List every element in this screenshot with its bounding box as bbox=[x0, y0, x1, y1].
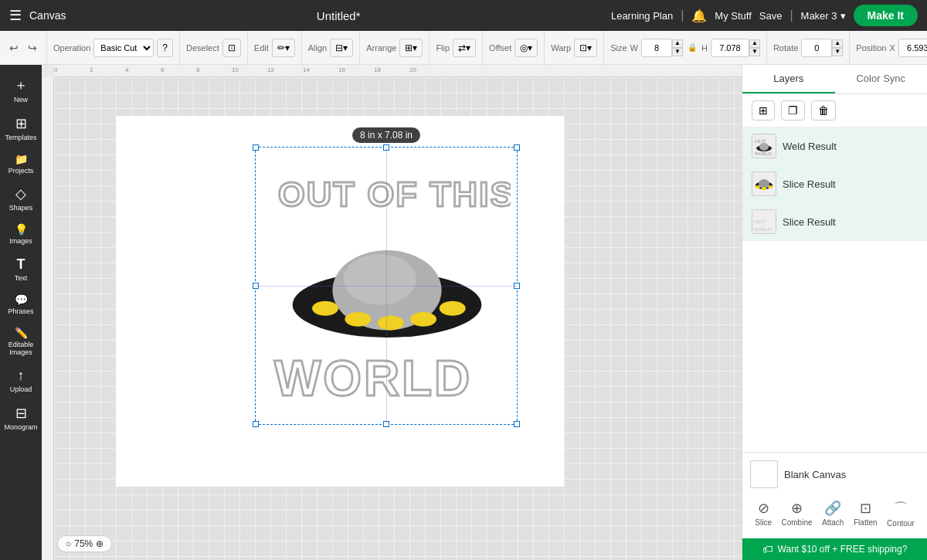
sidebar-item-upload[interactable]: ↑ Upload bbox=[2, 363, 40, 399]
arrange-group: Arrange ⊞▾ bbox=[366, 31, 430, 64]
save-button[interactable]: Save bbox=[759, 10, 783, 22]
height-down-button[interactable]: ▼ bbox=[749, 48, 760, 56]
height-input[interactable] bbox=[711, 39, 749, 57]
rotate-up-button[interactable]: ▲ bbox=[832, 39, 843, 48]
sidebar-item-shapes[interactable]: ◇ Shapes bbox=[2, 181, 40, 217]
layer-item-slice-result-1[interactable]: Slice Result bbox=[742, 165, 927, 203]
promo-icon: 🏷 bbox=[762, 543, 773, 555]
crosshair-horizontal bbox=[256, 286, 517, 287]
rotate-input[interactable] bbox=[801, 39, 832, 57]
edit-group: Edit ✏▾ bbox=[254, 31, 302, 64]
edit-button[interactable]: ✏▾ bbox=[272, 39, 295, 57]
deselect-button[interactable]: ⊡ bbox=[222, 39, 241, 57]
sidebar-item-text[interactable]: T Text bbox=[2, 252, 40, 287]
redo-button[interactable]: ↪ bbox=[25, 40, 40, 56]
tab-layers[interactable]: Layers bbox=[742, 65, 835, 93]
bell-icon[interactable]: 🔔 bbox=[691, 8, 707, 23]
my-stuff-link[interactable]: My Stuff bbox=[715, 10, 751, 22]
lock-icon[interactable]: 🔒 bbox=[688, 43, 697, 52]
attach-icon: 🔗 bbox=[824, 500, 841, 517]
promo-banner[interactable]: 🏷 Want $10 off + FREE shipping? bbox=[742, 538, 927, 560]
sidebar-item-templates[interactable]: ⊞ Templates bbox=[2, 110, 40, 147]
sidebar-item-editable-images[interactable]: ✏️ Editable Images bbox=[2, 322, 40, 362]
offset-button[interactable]: ◎▾ bbox=[514, 39, 538, 57]
contour-tool[interactable]: ⌒ Contour bbox=[882, 496, 919, 531]
sidebar-shapes-label: Shapes bbox=[9, 204, 33, 212]
operation-help-button[interactable]: ? bbox=[157, 39, 173, 57]
handle-top-left[interactable] bbox=[253, 144, 259, 151]
operation-select[interactable]: Basic Cut bbox=[93, 39, 154, 57]
x-input[interactable] bbox=[898, 39, 927, 57]
design-container[interactable]: 8 in x 7.08 in OUT OF THIS bbox=[255, 147, 518, 425]
zoom-increase-icon[interactable]: ⊕ bbox=[96, 538, 104, 549]
handle-bottom-left[interactable] bbox=[253, 421, 259, 427]
bottom-tools: ⊘ Slice ⊕ Combine 🔗 Attach ⊡ Flatten ⌒ bbox=[750, 496, 919, 531]
svg-point-7 bbox=[410, 312, 436, 327]
combine-tool[interactable]: ⊕ Combine bbox=[777, 497, 817, 530]
flatten-tool[interactable]: ⊡ Flatten bbox=[849, 497, 882, 530]
svg-point-16 bbox=[756, 185, 760, 188]
ruler-mark-10: 10 bbox=[232, 66, 239, 73]
warp-button[interactable]: ⊡▾ bbox=[574, 39, 597, 57]
undo-button[interactable]: ↩ bbox=[6, 40, 22, 56]
delete-button[interactable]: 🗑 bbox=[811, 100, 836, 120]
duplicate-button[interactable]: ❐ bbox=[781, 100, 805, 120]
operation-label: Operation bbox=[53, 43, 90, 53]
layer-item-weld-result[interactable]: OUT WORLD Weld Result bbox=[742, 127, 927, 165]
svg-text:OUT: OUT bbox=[754, 219, 766, 225]
handle-top-right[interactable] bbox=[514, 144, 520, 151]
promo-text: Want $10 off + FREE shipping? bbox=[778, 544, 908, 555]
svg-point-17 bbox=[762, 187, 766, 190]
hamburger-menu-icon[interactable]: ☰ bbox=[9, 7, 22, 24]
width-input[interactable] bbox=[641, 39, 672, 57]
learning-plan-link[interactable]: Learning Plan bbox=[611, 10, 673, 22]
rotate-down-button[interactable]: ▼ bbox=[832, 48, 843, 56]
svg-point-6 bbox=[378, 316, 404, 331]
right-panel: Layers Color Sync ⊞ ❐ 🗑 OUT WORLD bbox=[742, 65, 927, 560]
layer-thumb-weld-result: OUT WORLD bbox=[752, 134, 776, 158]
size-tooltip: 8 in x 7.08 in bbox=[352, 127, 420, 143]
flip-group: Flip ⇄▾ bbox=[436, 31, 483, 64]
slice-tool[interactable]: ⊘ Slice bbox=[750, 497, 776, 530]
height-control: ▲ ▼ bbox=[711, 39, 760, 57]
plus-icon: ＋ bbox=[14, 76, 28, 94]
nav-center: Untitled* bbox=[75, 9, 601, 22]
group-button[interactable]: ⊞ bbox=[752, 100, 775, 120]
height-up-button[interactable]: ▲ bbox=[749, 39, 760, 48]
canvas-area[interactable]: 0 2 4 6 8 10 12 14 16 18 20 8 in x 7.08 … bbox=[42, 65, 742, 560]
sidebar-item-phrases[interactable]: 💬 Phrases bbox=[2, 289, 40, 321]
svg-text:WORLD: WORLD bbox=[274, 351, 472, 406]
canvas-workspace[interactable]: 8 in x 7.08 in OUT OF THIS bbox=[54, 77, 742, 560]
handle-bottom-right[interactable] bbox=[514, 421, 520, 427]
x-control: ▲ ▼ bbox=[898, 39, 927, 57]
layer-item-slice-result-2[interactable]: ··· OUT WORLD Slice Result bbox=[742, 203, 927, 241]
height-spinner: ▲ ▼ bbox=[749, 39, 760, 56]
width-up-button[interactable]: ▲ bbox=[672, 39, 683, 48]
attach-tool[interactable]: 🔗 Attach bbox=[817, 497, 848, 530]
document-title[interactable]: Untitled* bbox=[317, 9, 361, 22]
svg-point-3 bbox=[344, 254, 416, 305]
align-button[interactable]: ⊟▾ bbox=[330, 39, 353, 57]
warp-label: Warp bbox=[551, 43, 571, 53]
operation-group: Operation Basic Cut ? bbox=[53, 31, 180, 64]
monogram-icon: ⊟ bbox=[15, 405, 27, 422]
chevron-down-icon: ▾ bbox=[840, 10, 846, 22]
layer-name-slice-result-1: Slice Result bbox=[783, 178, 918, 190]
sidebar-item-new[interactable]: ＋ New bbox=[2, 71, 40, 109]
editable-images-icon: ✏️ bbox=[15, 327, 28, 339]
deselect-group: Deselect ⊡ bbox=[186, 31, 248, 64]
sidebar-item-projects[interactable]: 📁 Projects bbox=[2, 148, 40, 180]
ruler-left bbox=[42, 77, 54, 560]
make-it-button[interactable]: Make It bbox=[854, 5, 918, 26]
zoom-level: 75% bbox=[74, 538, 93, 549]
sidebar-item-monogram[interactable]: ⊟ Monogram bbox=[2, 400, 40, 436]
tab-color-sync[interactable]: Color Sync bbox=[835, 65, 928, 93]
flip-button[interactable]: ⇄▾ bbox=[453, 39, 476, 57]
layers-list: OUT WORLD Weld Result bbox=[742, 127, 927, 452]
combine-icon: ⊕ bbox=[791, 500, 803, 517]
sidebar-item-images[interactable]: 💡 Images bbox=[2, 219, 40, 250]
zoom-decrease-icon[interactable]: ○ bbox=[66, 538, 71, 549]
width-down-button[interactable]: ▼ bbox=[672, 48, 683, 56]
maker-select[interactable]: Maker 3 ▾ bbox=[801, 10, 846, 22]
arrange-button[interactable]: ⊞▾ bbox=[399, 39, 423, 57]
